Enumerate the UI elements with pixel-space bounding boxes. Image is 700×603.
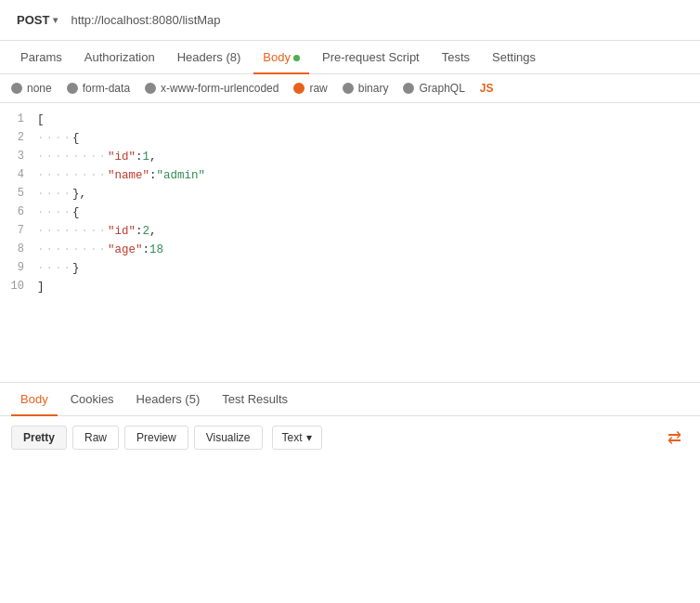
body-type-js[interactable]: JS [480,82,494,95]
tab-authorization[interactable]: Authorization [75,41,164,73]
code-line-9: 9 ····} [0,259,700,278]
method-selector[interactable]: POST ▾ [11,9,63,31]
radio-urlencoded-icon [145,83,156,94]
code-line-1: 1 [ [0,111,700,129]
url-bar: POST ▾ [0,0,700,41]
body-type-graphql[interactable]: GraphQL [403,82,464,95]
code-line-3: 3 ········"id":1, [0,148,700,166]
body-type-binary[interactable]: binary [343,82,389,95]
response-tab-bar: Body Cookies Headers (5) Test Results [0,383,700,416]
code-line-6: 6 ····{ [0,203,700,222]
tab-tests[interactable]: Tests [433,41,479,73]
code-line-8: 8 ········"age":18 [0,241,700,259]
text-format-label: Text [282,431,303,444]
resp-tab-test-results[interactable]: Test Results [213,383,297,415]
radio-graphql-icon [403,83,414,94]
method-label: POST [17,13,49,27]
text-format-chevron-icon: ▾ [306,431,312,444]
code-editor[interactable]: 1 [ 2 ····{ 3 ········"id":1, 4 ········… [0,103,700,382]
radio-form-data-icon [67,83,78,94]
code-line-10: 10 ] [0,278,700,296]
radio-none-icon [11,83,22,94]
body-type-raw[interactable]: raw [293,82,327,95]
code-line-5: 5 ····}, [0,185,700,203]
resp-tab-cookies[interactable]: Cookies [61,383,123,415]
tab-settings[interactable]: Settings [483,41,545,73]
resp-tab-headers[interactable]: Headers (5) [127,383,210,415]
bottom-toolbar: Pretty Raw Preview Visualize Text ▾ ⇄ [0,416,700,459]
body-type-none[interactable]: none [11,82,52,95]
text-format-select[interactable]: Text ▾ [272,426,322,450]
tab-pre-request-script[interactable]: Pre-request Script [313,41,429,73]
body-active-dot [293,55,300,61]
radio-binary-icon [343,83,354,94]
wrap-icon: ⇄ [668,428,681,447]
body-type-urlencoded[interactable]: x-www-form-urlencoded [145,82,279,95]
method-chevron-icon: ▾ [53,15,58,25]
view-raw-button[interactable]: Raw [72,426,119,450]
url-input[interactable] [71,13,689,27]
code-line-4: 4 ········"name":"admin" [0,166,700,185]
view-pretty-button[interactable]: Pretty [11,426,67,450]
tab-headers[interactable]: Headers (8) [168,41,251,73]
body-type-form-data[interactable]: form-data [67,82,130,95]
response-section: Body Cookies Headers (5) Test Results Pr… [0,382,700,459]
resp-tab-body[interactable]: Body [11,383,58,415]
view-visualize-button[interactable]: Visualize [194,426,263,450]
body-type-bar: none form-data x-www-form-urlencoded raw… [0,74,700,103]
view-preview-button[interactable]: Preview [124,426,188,450]
request-tab-bar: Params Authorization Headers (8) Body Pr… [0,41,700,74]
code-line-7: 7 ········"id":2, [0,222,700,241]
code-line-2: 2 ····{ [0,129,700,148]
wrap-icon-button[interactable]: ⇄ [660,424,689,452]
tab-body[interactable]: Body [253,41,309,73]
tab-params[interactable]: Params [11,41,71,73]
radio-raw-icon [293,83,305,94]
